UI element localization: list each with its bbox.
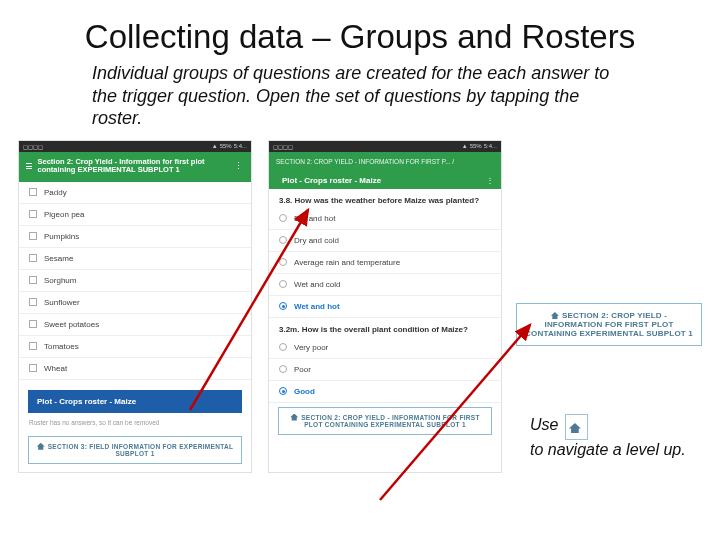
roster-button[interactable]: Plot - Crops roster - Maize — [28, 390, 242, 413]
crop-label: Pigeon pea — [44, 210, 84, 219]
home-icon-chip — [565, 414, 588, 440]
home-icon — [37, 443, 45, 450]
status-bar: ◻◻◻◻ ▲55%5:4... — [19, 141, 251, 152]
phone-right: ◻◻◻◻ ▲55%5:4... SECTION 2: CROP YIELD - … — [268, 140, 502, 473]
radio-option[interactable]: Very poor — [269, 337, 501, 359]
home-icon — [551, 312, 559, 319]
crop-option[interactable]: Pigeon pea — [19, 204, 251, 226]
radio-option[interactable]: Dry and hot — [269, 208, 501, 230]
checkbox-icon[interactable] — [29, 342, 37, 350]
hamburger-icon[interactable] — [26, 163, 32, 170]
use-caption: Use to navigate a level up. — [530, 414, 690, 460]
options-3-2m: Very poorPoorGood — [269, 337, 501, 403]
radio-icon[interactable] — [279, 280, 287, 288]
radio-option[interactable]: Wet and hot — [269, 296, 501, 318]
checkbox-icon[interactable] — [29, 188, 37, 196]
option-label: Wet and hot — [294, 302, 340, 311]
crop-option[interactable]: Sunflower — [19, 292, 251, 314]
checkbox-icon[interactable] — [29, 210, 37, 218]
checkbox-icon[interactable] — [29, 320, 37, 328]
radio-icon[interactable] — [279, 258, 287, 266]
radio-icon[interactable] — [279, 214, 287, 222]
slide-subtitle: Individual groups of questions are creat… — [0, 62, 720, 140]
option-label: Dry and hot — [294, 214, 335, 223]
checkbox-icon[interactable] — [29, 254, 37, 262]
more-icon[interactable]: ⋮ — [234, 161, 244, 171]
option-label: Dry and cold — [294, 236, 339, 245]
radio-icon[interactable] — [279, 365, 287, 373]
options-3-8: Dry and hotDry and coldAverage rain and … — [269, 208, 501, 318]
option-label: Good — [294, 387, 315, 396]
checkbox-icon[interactable] — [29, 364, 37, 372]
crop-label: Tomatoes — [44, 342, 79, 351]
section-title: Section 2: Crop Yield - Information for … — [38, 158, 229, 175]
radio-option[interactable]: Average rain and temperature — [269, 252, 501, 274]
crop-label: Sweet potatoes — [44, 320, 99, 329]
radio-icon[interactable] — [279, 236, 287, 244]
crop-option[interactable]: Sweet potatoes — [19, 314, 251, 336]
crop-label: Pumpkins — [44, 232, 79, 241]
crop-option[interactable]: Sorghum — [19, 270, 251, 292]
checkbox-icon[interactable] — [29, 276, 37, 284]
section-title: Plot - Crops roster - Maize — [282, 176, 381, 185]
crop-label: Wheat — [44, 364, 67, 373]
checkbox-icon[interactable] — [29, 232, 37, 240]
option-label: Average rain and temperature — [294, 258, 400, 267]
nav-next-section[interactable]: SECTION 3: FIELD INFORMATION FOR EXPERIM… — [28, 436, 242, 464]
slide-title: Collecting data – Groups and Rosters — [0, 0, 720, 62]
radio-option[interactable]: Dry and cold — [269, 230, 501, 252]
phone-left: ◻◻◻◻ ▲55%5:4... Section 2: Crop Yield - … — [18, 140, 252, 473]
radio-icon[interactable] — [279, 387, 287, 395]
roster-hint: Roster has no answers, so it can be remo… — [19, 419, 251, 432]
question-3-2m: 3.2m. How is the overall plant condition… — [269, 318, 501, 337]
callout-nav-pill: SECTION 2: CROP YIELD - INFORMATION FOR … — [516, 303, 702, 346]
home-icon — [569, 423, 581, 433]
crop-option[interactable]: Pumpkins — [19, 226, 251, 248]
radio-option[interactable]: Wet and cold — [269, 274, 501, 296]
more-icon[interactable]: ⋮ — [486, 176, 494, 185]
radio-option[interactable]: Poor — [269, 359, 501, 381]
crop-option[interactable]: Wheat — [19, 358, 251, 380]
crop-label: Sunflower — [44, 298, 80, 307]
option-label: Poor — [294, 365, 311, 374]
crop-option[interactable]: Tomatoes — [19, 336, 251, 358]
checkbox-icon[interactable] — [29, 298, 37, 306]
section-header: Section 2: Crop Yield - Information for … — [19, 152, 251, 182]
crop-label: Sesame — [44, 254, 73, 263]
question-3-8: 3.8. How was the weather before Maize wa… — [269, 189, 501, 208]
option-label: Very poor — [294, 343, 328, 352]
home-icon — [290, 414, 298, 421]
breadcrumb-top[interactable]: SECTION 2: CROP YIELD - INFORMATION FOR … — [276, 158, 454, 165]
radio-icon[interactable] — [279, 302, 287, 310]
radio-icon[interactable] — [279, 343, 287, 351]
crop-option[interactable]: Sesame — [19, 248, 251, 270]
crop-label: Paddy — [44, 188, 67, 197]
option-label: Wet and cold — [294, 280, 341, 289]
crop-list: PaddyPigeon peaPumpkinsSesameSorghumSunf… — [19, 182, 251, 380]
crop-label: Sorghum — [44, 276, 76, 285]
crop-option[interactable]: Paddy — [19, 182, 251, 204]
status-bar: ◻◻◻◻ ▲55%5:4... — [269, 141, 501, 152]
section-header-top: SECTION 2: CROP YIELD - INFORMATION FOR … — [269, 152, 501, 172]
section-header: Plot - Crops roster - Maize ⋮ — [269, 172, 501, 189]
nav-up-section[interactable]: SECTION 2: CROP YIELD - INFORMATION FOR … — [278, 407, 492, 435]
radio-option[interactable]: Good — [269, 381, 501, 403]
